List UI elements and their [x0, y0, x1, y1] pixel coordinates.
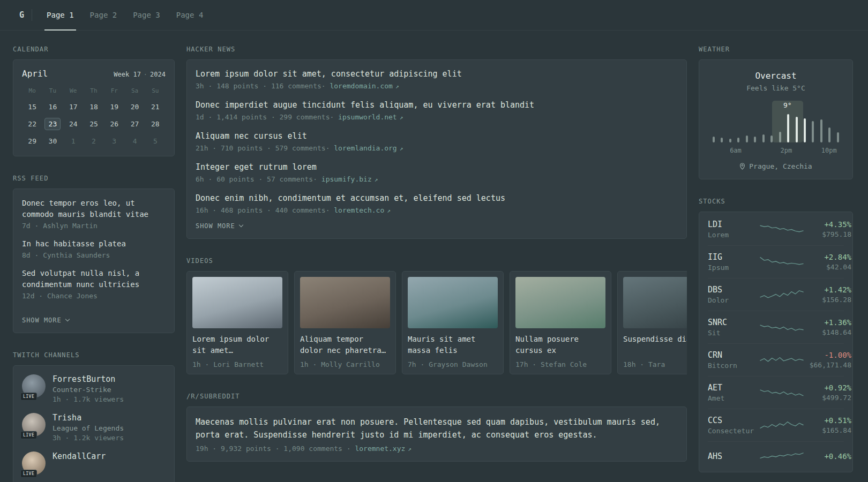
twitch-channel[interactable]: LIVEKendallCarr: [22, 451, 166, 475]
reddit-post-stats: 19h · 9,932 points · 1,090 comments: [196, 445, 342, 453]
stocks-card: LDILorem+4.35%$795.18IIGIpsum+2.84%$42.0…: [699, 212, 853, 472]
hn-story-title[interactable]: Aliquam nec cursus elit: [196, 131, 678, 142]
stock-row[interactable]: AETAmet+0.92%$499.72: [708, 376, 844, 409]
stock-sparkline: [759, 352, 804, 368]
weather-time-label: 2pm: [781, 147, 792, 154]
weather-time-label: 6am: [730, 147, 742, 154]
stock-identity: LDILorem: [708, 220, 759, 239]
video-card[interactable]: Nullam posuere cursus ex17h · Stefan Col…: [510, 271, 611, 374]
sparkline-chart: [759, 319, 804, 335]
hn-story-domain[interactable]: ipsumify.biz↗: [313, 175, 378, 183]
weather-feels-like: Feels like 5°C: [707, 84, 845, 92]
rss-item[interactable]: In hac habitasse platea8d · Cynthia Saun…: [22, 238, 166, 259]
calendar-day: 4: [127, 135, 143, 147]
video-meta: 17h · Stefan Cole: [515, 360, 605, 368]
stock-row[interactable]: SNRCSit+1.36%$148.64: [708, 311, 844, 343]
reddit-post-domain[interactable]: loremnet.xyz↗: [347, 445, 411, 453]
stock-symbol: AET: [708, 383, 759, 393]
video-thumbnail: [515, 277, 605, 328]
weather-widget: WEATHER Overcast Feels like 5°C 9° 6am2p…: [699, 46, 853, 179]
weather-widget-title: WEATHER: [699, 46, 853, 53]
hn-story-domain[interactable]: ipsumworld.net↗: [330, 113, 403, 121]
video-card[interactable]: Aliquam tempor dolor nec pharetra…1h · M…: [294, 271, 396, 374]
hn-story-domain[interactable]: loremdomain.com↗: [321, 82, 399, 90]
channel-meta: 3h · 1.2k viewers: [53, 434, 124, 442]
stock-row[interactable]: LDILorem+4.35%$795.18: [708, 213, 844, 245]
weather-bars: [711, 112, 841, 142]
live-badge: LIVE: [20, 470, 37, 478]
hackernews-show-more-button[interactable]: SHOW MORE: [196, 222, 243, 230]
rss-item[interactable]: Sed volutpat nulla nisl, a condimentum n…: [22, 268, 166, 300]
hackernews-list: Lorem ipsum dolor sit amet, consectetur …: [196, 69, 678, 214]
middle-column: HACKER NEWS Lorem ipsum dolor sit amet, …: [186, 46, 687, 480]
stock-change: +4.35%: [804, 220, 851, 229]
twitch-channels-card: LIVEForrestBurtonCounter-Strike1h · 1.7k…: [13, 365, 175, 482]
rss-item-title: Sed volutpat nulla nisl, a condimentum n…: [22, 268, 166, 290]
calendar-day: 20: [127, 101, 143, 113]
stock-name: Amet: [708, 394, 759, 402]
stock-row[interactable]: CCSConsectetur+0.51%$165.84: [708, 409, 844, 441]
right-column: WEATHER Overcast Feels like 5°C 9° 6am2p…: [699, 46, 853, 482]
stock-row[interactable]: DBSDolor+1.42%$156.28: [708, 278, 844, 311]
tab-page-3[interactable]: Page 3: [133, 0, 160, 30]
glance-dashboard: G Page 1Page 2Page 3Page 4 CALENDAR Apri…: [0, 0, 868, 482]
video-card[interactable]: Suspendisse diam18h · Tara: [617, 271, 687, 374]
page-tabs: Page 1Page 2Page 3Page 4: [39, 0, 211, 30]
rss-item[interactable]: Donec tempor eros leo, ut commodo mauris…: [22, 198, 166, 230]
external-link-icon: ↗: [408, 446, 411, 453]
hn-story-title[interactable]: Lorem ipsum dolor sit amet, consectetur …: [196, 69, 678, 80]
calendar-week: Week 17: [114, 71, 141, 78]
hn-story: Donec enim nibh, condimentum et accumsan…: [196, 193, 678, 214]
video-title: Aliquam tempor dolor nec pharetra…: [300, 334, 390, 356]
stock-row[interactable]: IIGIpsum+2.84%$42.04: [708, 245, 844, 278]
calendar-widget: CALENDAR April Week 172024 MoTuWeThFrSaS…: [13, 46, 175, 156]
calendar-day: 27: [127, 118, 143, 130]
reddit-post-title[interactable]: Maecenas mollis pulvinar erat non posuer…: [196, 416, 678, 441]
stock-identity: CCSConsectetur: [708, 416, 759, 435]
hn-story-meta: 16h · 468 points · 440 commentsloremtech…: [196, 206, 678, 214]
weather-bar: [779, 132, 781, 142]
calendar-week-year: Week 172024: [114, 71, 166, 78]
calendar-day: 5: [147, 135, 163, 147]
hn-story-title[interactable]: Donec enim nibh, condimentum et accumsan…: [196, 193, 678, 204]
left-column: CALENDAR April Week 172024 MoTuWeThFrSaS…: [13, 46, 175, 482]
chevron-down-icon: [238, 223, 243, 227]
weather-location: Prague, Czechia: [707, 162, 845, 170]
live-badge: LIVE: [20, 393, 37, 401]
calendar-day: 25: [86, 118, 102, 130]
domain-label: loremnet.xyz: [355, 445, 405, 453]
subreddit-widget: /R/SUBREDDIT Maecenas mollis pulvinar er…: [186, 393, 687, 462]
hn-story-title[interactable]: Integer eget rutrum lorem: [196, 162, 678, 173]
stock-symbol: DBS: [708, 285, 759, 295]
tab-page-2[interactable]: Page 2: [90, 0, 117, 30]
reddit-post-meta: 19h · 9,932 points · 1,090 comments lore…: [196, 445, 678, 453]
tab-page-4[interactable]: Page 4: [176, 0, 204, 30]
videos-row: Lorem ipsum dolor sit amet consectetu…1h…: [186, 271, 687, 374]
video-card[interactable]: Mauris sit amet massa felis7h · Grayson …: [402, 271, 504, 374]
twitch-widget: TWITCH CHANNELS LIVEForrestBurtonCounter…: [13, 351, 175, 482]
rss-show-more-button[interactable]: SHOW MORE: [22, 317, 69, 324]
calendar-day: 3: [106, 135, 122, 147]
stock-identity: DBSDolor: [708, 285, 759, 304]
rss-item-meta: 7d · Ashlyn Martin: [22, 222, 166, 230]
video-card[interactable]: Lorem ipsum dolor sit amet consectetu…1h…: [186, 271, 288, 374]
app-logo[interactable]: G: [13, 10, 32, 20]
hn-story: Aliquam nec cursus elit21h · 710 points …: [196, 131, 678, 152]
hn-story-domain[interactable]: loremlandia.org↗: [326, 144, 403, 152]
video-thumbnail: [300, 277, 390, 328]
stock-row[interactable]: CRNBitcorn-1.00%$66,171.48: [708, 343, 844, 376]
stock-row[interactable]: AHS+0.46%: [708, 441, 844, 471]
hn-story-meta: 6h · 60 points · 57 commentsipsumify.biz…: [196, 175, 678, 183]
tab-page-1[interactable]: Page 1: [47, 0, 74, 30]
stock-price: $42.04: [804, 263, 851, 271]
channel-info: KendallCarr: [53, 451, 106, 461]
dashboard-grid: CALENDAR April Week 172024 MoTuWeThFrSaS…: [0, 31, 868, 482]
channel-name: KendallCarr: [53, 451, 106, 461]
stock-change: +0.51%: [804, 416, 851, 425]
twitch-channel[interactable]: LIVETrishaLeague of Legends3h · 1.2k vie…: [22, 413, 166, 442]
rss-item-meta: 8d · Cynthia Saunders: [22, 251, 166, 259]
twitch-channel[interactable]: LIVEForrestBurtonCounter-Strike1h · 1.7k…: [22, 374, 166, 403]
hn-story-domain[interactable]: loremtech.co↗: [326, 206, 391, 214]
hn-story-title[interactable]: Donec imperdiet augue tincidunt felis al…: [196, 100, 678, 111]
channel-avatar: LIVE: [22, 374, 46, 398]
